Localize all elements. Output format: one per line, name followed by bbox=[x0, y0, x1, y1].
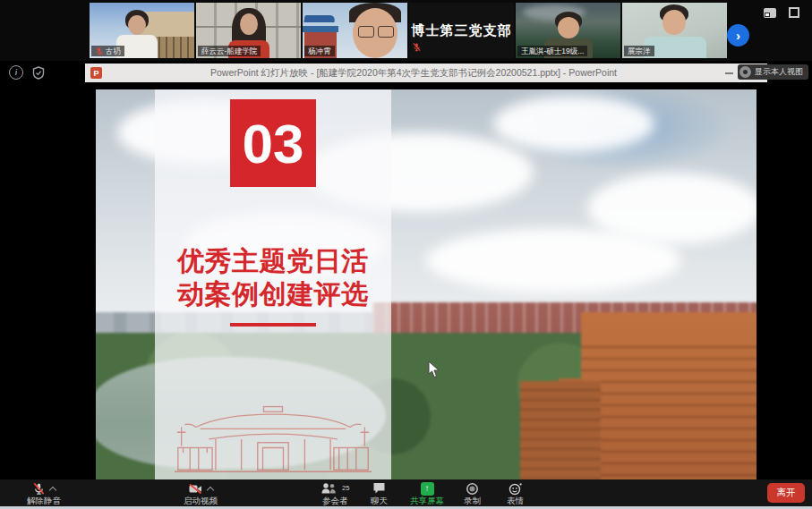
mic-muted-icon bbox=[32, 482, 46, 496]
participant-name-tag: 展宗洋 bbox=[624, 46, 654, 56]
participants-button[interactable]: 25 参会者 bbox=[321, 481, 349, 506]
camera-off-icon bbox=[188, 482, 203, 495]
unmute-button[interactable]: 解除静音 bbox=[27, 481, 61, 506]
glasses-icon bbox=[358, 26, 374, 38]
share-screen-label: 共享屏幕 bbox=[410, 496, 444, 506]
ppt-titlebar: P PowerPoint 幻灯片放映 - [船建学院2020年第4次学生党支部书… bbox=[85, 64, 767, 82]
participant-name-tag: 杨冲霄 bbox=[304, 46, 335, 56]
reactions-button[interactable]: 表情 bbox=[507, 481, 524, 506]
participant-name: 薛云云-船建学院 bbox=[201, 47, 257, 55]
participant-name-tag: 王胤淇-硕士19级... bbox=[517, 46, 587, 56]
participant-name: 展宗洋 bbox=[628, 47, 651, 55]
audio-tile-name: 博士第三党支部 bbox=[412, 22, 512, 39]
fullscreen-icon[interactable] bbox=[789, 7, 799, 18]
participant-name-tag: 薛云云-船建学院 bbox=[198, 46, 261, 56]
slide-title: 优秀主题党日活 动案例创建评选 bbox=[155, 244, 391, 310]
shared-slide: 03 优秀主题党日活 动案例创建评选 bbox=[96, 89, 756, 479]
gate-line-art bbox=[175, 397, 372, 478]
reactions-label: 表情 bbox=[507, 496, 524, 506]
video-tile-4-audio-only[interactable]: 博士第三党支部 bbox=[409, 3, 514, 58]
participant-name-tag: 古礽 bbox=[91, 46, 124, 56]
muted-mic-icon bbox=[412, 39, 422, 55]
powerpoint-icon: P bbox=[90, 67, 102, 79]
participant-name: 杨冲霄 bbox=[308, 47, 331, 55]
chat-icon bbox=[372, 482, 386, 495]
section-number: 03 bbox=[230, 99, 316, 187]
ppt-window-title: PowerPoint 幻灯片放映 - [船建学院2020年第4次学生党支部书记例… bbox=[102, 67, 725, 80]
next-participants-button[interactable]: › bbox=[727, 24, 749, 47]
meeting-info-icon[interactable]: i bbox=[9, 65, 23, 80]
video-options-chevron[interactable] bbox=[207, 486, 214, 493]
participants-label: 参会者 bbox=[322, 496, 348, 506]
share-screen-icon: ↑ bbox=[421, 482, 434, 496]
eye-icon bbox=[739, 66, 751, 78]
share-screen-button[interactable]: ↑ 共享屏幕 bbox=[410, 481, 444, 506]
show-self-view-toggle[interactable]: 显示本人视图 bbox=[738, 64, 808, 80]
meeting-toolbar: 解除静音 启动视频 25 参会者 聊天 ↑ 共享屏幕 bbox=[0, 479, 812, 506]
unmute-label: 解除静音 bbox=[27, 496, 61, 506]
video-tile-1[interactable]: 古礽 bbox=[90, 3, 194, 58]
self-view-label: 显示本人视图 bbox=[755, 66, 803, 78]
mic-options-chevron[interactable] bbox=[49, 486, 56, 493]
video-tile-2[interactable]: 薛云云-船建学院 bbox=[196, 3, 301, 58]
leave-meeting-button[interactable]: 离开 bbox=[767, 483, 805, 503]
gallery-view-icon[interactable] bbox=[764, 8, 776, 18]
meeting-window: 古礽 薛云云-船建学院 杨冲霄 博士第三党支部 bbox=[0, 0, 812, 509]
smiley-icon bbox=[509, 482, 523, 496]
muted-mic-icon bbox=[95, 47, 104, 55]
participant-strip: 古礽 薛云云-船建学院 杨冲霄 博士第三党支部 bbox=[0, 0, 812, 61]
video-tile-5[interactable]: 王胤淇-硕士19级... bbox=[516, 3, 620, 58]
record-label: 录制 bbox=[464, 496, 481, 506]
participants-icon bbox=[321, 482, 337, 495]
chat-button[interactable]: 聊天 bbox=[371, 481, 388, 506]
start-video-label: 启动视频 bbox=[184, 496, 218, 506]
mouse-cursor bbox=[428, 361, 440, 378]
chat-label: 聊天 bbox=[371, 496, 388, 506]
participant-name: 古礽 bbox=[106, 47, 121, 55]
security-shield-icon[interactable] bbox=[32, 66, 45, 80]
title-underline bbox=[230, 323, 316, 327]
participant-name: 王胤淇-硕士19级... bbox=[521, 47, 584, 55]
participants-count-badge: 25 bbox=[342, 483, 349, 494]
record-icon bbox=[466, 482, 479, 496]
record-button[interactable]: 录制 bbox=[464, 481, 481, 506]
minimize-icon bbox=[725, 72, 733, 74]
video-tile-3[interactable]: 杨冲霄 bbox=[303, 3, 407, 58]
slide-left-panel: 03 优秀主题党日活 动案例创建评选 bbox=[155, 89, 391, 479]
start-video-button[interactable]: 启动视频 bbox=[184, 481, 218, 506]
video-tile-6[interactable]: 展宗洋 bbox=[622, 3, 727, 58]
